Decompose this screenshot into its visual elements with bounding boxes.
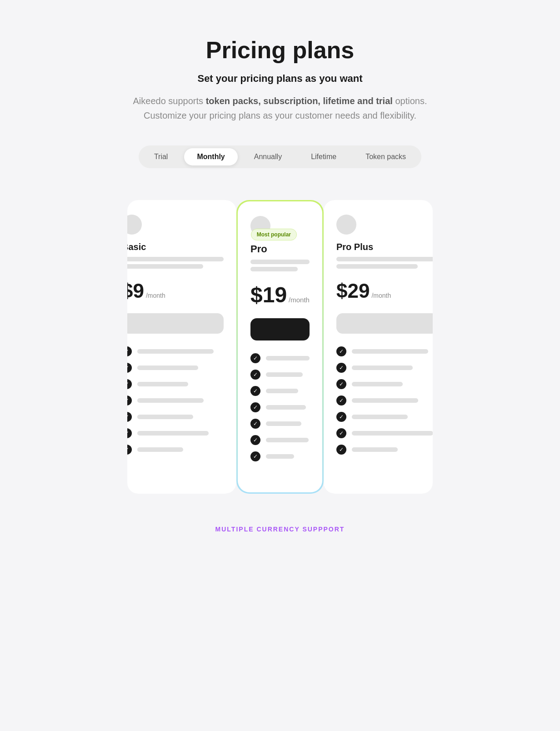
basic-feature-6: ✓ bbox=[122, 428, 224, 438]
page-container: Pricing plans Set your pricing plans as … bbox=[64, 36, 496, 533]
proplus-feature-line-4 bbox=[352, 398, 418, 403]
tab-trial[interactable]: Trial bbox=[141, 148, 181, 165]
pro-desc-line-1 bbox=[250, 260, 310, 264]
basic-feature-4: ✓ bbox=[122, 396, 224, 406]
pro-feature-2: ✓ bbox=[250, 370, 310, 380]
proplus-desc-line-1 bbox=[336, 257, 438, 261]
basic-desc-line-2 bbox=[122, 264, 203, 269]
page-description: Aikeedo supports token packs, subscripti… bbox=[121, 94, 439, 123]
pro-feature-line-4 bbox=[266, 405, 306, 410]
pro-check-icon-4: ✓ bbox=[250, 402, 260, 412]
proplus-feature-line-7 bbox=[352, 447, 398, 452]
check-icon-3: ✓ bbox=[122, 379, 132, 389]
pricing-cards: Basic $9 /month ✓ ✓ ✓ bbox=[64, 191, 496, 503]
basic-feature-line-3 bbox=[137, 382, 188, 386]
basic-cta-button[interactable] bbox=[122, 313, 224, 334]
basic-features: ✓ ✓ ✓ ✓ ✓ bbox=[122, 346, 224, 455]
pro-plan-card-wrapper: Most popular Pro $19 /month ✓ bbox=[236, 200, 324, 494]
check-icon-7: ✓ bbox=[122, 445, 132, 455]
proplus-plan-card: Pro Plus $29 /month ✓ ✓ ✓ bbox=[324, 200, 451, 494]
most-popular-badge: Most popular bbox=[251, 229, 297, 240]
proplus-features: ✓ ✓ ✓ ✓ ✓ bbox=[336, 346, 438, 455]
page-title: Pricing plans bbox=[206, 36, 355, 64]
pro-check-icon-7: ✓ bbox=[250, 451, 260, 461]
pro-feature-line-3 bbox=[266, 389, 298, 393]
basic-plan-card: Basic $9 /month ✓ ✓ ✓ bbox=[109, 200, 236, 494]
proplus-feature-line-2 bbox=[352, 366, 413, 370]
pro-feature-5: ✓ bbox=[250, 419, 310, 429]
check-icon-4: ✓ bbox=[122, 396, 132, 406]
check-icon-1: ✓ bbox=[122, 346, 132, 356]
proplus-feature-1: ✓ bbox=[336, 346, 438, 356]
proplus-feature-line-6 bbox=[352, 431, 433, 436]
pro-plan-name: Pro bbox=[250, 243, 310, 255]
proplus-check-icon-3: ✓ bbox=[336, 379, 346, 389]
currency-support-label: MULTIPLE CURRENCY SUPPPORT bbox=[215, 526, 345, 533]
proplus-feature-6: ✓ bbox=[336, 428, 438, 438]
basic-price: $9 bbox=[122, 280, 144, 302]
pro-check-icon-3: ✓ bbox=[250, 386, 260, 396]
proplus-cta-button[interactable] bbox=[336, 313, 438, 334]
proplus-feature-line-1 bbox=[352, 349, 428, 354]
proplus-feature-4: ✓ bbox=[336, 396, 438, 406]
basic-feature-3: ✓ bbox=[122, 379, 224, 389]
pro-feature-1: ✓ bbox=[250, 353, 310, 363]
proplus-desc-line-2 bbox=[336, 264, 418, 269]
proplus-check-icon-5: ✓ bbox=[336, 412, 346, 422]
basic-avatar bbox=[122, 215, 142, 235]
tab-lifetime[interactable]: Lifetime bbox=[298, 148, 349, 165]
pro-card-header: Most popular bbox=[250, 216, 310, 236]
pro-feature-4: ✓ bbox=[250, 402, 310, 412]
basic-price-row: $9 /month bbox=[122, 280, 224, 302]
pro-check-icon-1: ✓ bbox=[250, 353, 260, 363]
pro-feature-line-1 bbox=[266, 356, 310, 360]
basic-feature-line-2 bbox=[137, 366, 198, 370]
description-prefix: Aikeedo supports bbox=[133, 96, 206, 106]
pro-feature-7: ✓ bbox=[250, 451, 310, 461]
pro-feature-3: ✓ bbox=[250, 386, 310, 396]
proplus-feature-5: ✓ bbox=[336, 412, 438, 422]
pro-feature-6: ✓ bbox=[250, 435, 310, 445]
check-icon-6: ✓ bbox=[122, 428, 132, 438]
basic-desc-lines bbox=[122, 257, 224, 269]
basic-period: /month bbox=[146, 292, 165, 299]
proplus-desc-lines bbox=[336, 257, 438, 269]
basic-feature-2: ✓ bbox=[122, 363, 224, 373]
pro-check-icon-2: ✓ bbox=[250, 370, 260, 380]
pro-cta-button[interactable] bbox=[250, 318, 310, 340]
proplus-check-icon-7: ✓ bbox=[336, 445, 346, 455]
proplus-check-icon-2: ✓ bbox=[336, 363, 346, 373]
pro-feature-line-6 bbox=[266, 438, 309, 442]
pro-desc-lines bbox=[250, 260, 310, 271]
proplus-price-row: $29 /month bbox=[336, 280, 438, 302]
pricing-tabs: Trial Monthly Annually Lifetime Token pa… bbox=[139, 145, 421, 168]
basic-feature-line-6 bbox=[137, 431, 209, 436]
proplus-feature-7: ✓ bbox=[336, 445, 438, 455]
pro-feature-line-5 bbox=[266, 421, 301, 426]
pro-features: ✓ ✓ ✓ ✓ ✓ bbox=[250, 353, 310, 461]
proplus-feature-2: ✓ bbox=[336, 363, 438, 373]
proplus-check-icon-6: ✓ bbox=[336, 428, 346, 438]
pro-period: /month bbox=[289, 296, 310, 304]
pro-check-icon-6: ✓ bbox=[250, 435, 260, 445]
pro-price-row: $19 /month bbox=[250, 282, 310, 307]
basic-feature-5: ✓ bbox=[122, 412, 224, 422]
basic-plan-name: Basic bbox=[122, 242, 224, 252]
tab-annually[interactable]: Annually bbox=[241, 148, 295, 165]
basic-feature-1: ✓ bbox=[122, 346, 224, 356]
basic-feature-line-5 bbox=[137, 415, 193, 419]
proplus-period: /month bbox=[371, 292, 391, 299]
proplus-feature-3: ✓ bbox=[336, 379, 438, 389]
pro-check-icon-5: ✓ bbox=[250, 419, 260, 429]
proplus-plan-name: Pro Plus bbox=[336, 242, 438, 252]
basic-feature-line-1 bbox=[137, 349, 214, 354]
pro-desc-line-2 bbox=[250, 267, 298, 271]
proplus-feature-line-3 bbox=[352, 382, 403, 386]
tab-monthly[interactable]: Monthly bbox=[184, 148, 237, 165]
tab-token-packs[interactable]: Token packs bbox=[353, 148, 419, 165]
description-bold: token packs, subscription, lifetime and … bbox=[206, 96, 393, 106]
page-subtitle: Set your pricing plans as you want bbox=[197, 73, 362, 85]
basic-desc-line-1 bbox=[122, 257, 224, 261]
pro-plan-card: Most popular Pro $19 /month ✓ bbox=[238, 201, 322, 492]
proplus-price: $29 bbox=[336, 280, 370, 302]
